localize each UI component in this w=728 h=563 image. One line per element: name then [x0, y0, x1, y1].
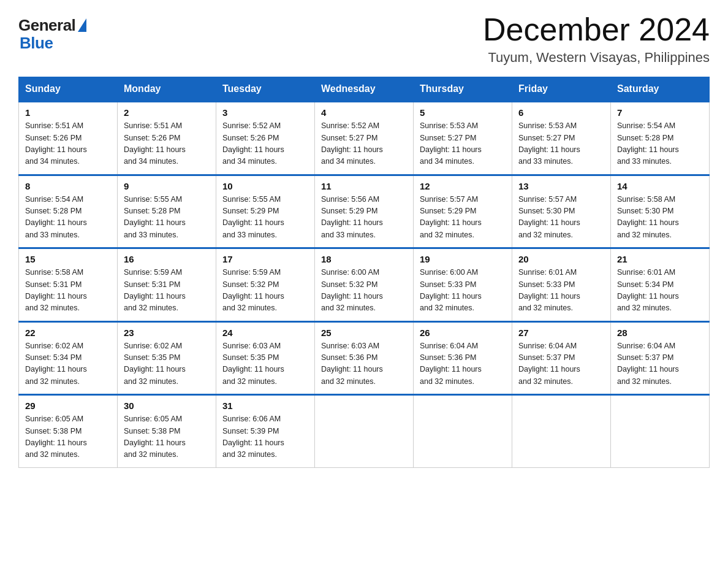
- day-info: Sunrise: 5:59 AMSunset: 5:31 PMDaylight:…: [124, 268, 186, 312]
- day-number: 23: [124, 327, 210, 338]
- day-number: 18: [321, 254, 407, 264]
- logo-general-text: General: [18, 16, 75, 35]
- day-info: Sunrise: 5:58 AMSunset: 5:31 PMDaylight:…: [25, 268, 87, 312]
- calendar-day-cell: 17 Sunrise: 5:59 AMSunset: 5:32 PMDaylig…: [216, 248, 315, 322]
- calendar-week-row: 1 Sunrise: 5:51 AMSunset: 5:26 PMDayligh…: [19, 102, 710, 175]
- day-number: 30: [124, 400, 210, 411]
- calendar-day-cell: 1 Sunrise: 5:51 AMSunset: 5:26 PMDayligh…: [19, 102, 118, 175]
- day-number: 26: [420, 327, 506, 338]
- day-number: 15: [25, 254, 111, 264]
- day-info: Sunrise: 6:00 AMSunset: 5:32 PMDaylight:…: [321, 268, 383, 312]
- day-number: 21: [617, 254, 703, 264]
- day-number: 31: [222, 400, 308, 411]
- calendar-day-cell: 27 Sunrise: 6:04 AMSunset: 5:37 PMDaylig…: [512, 321, 611, 395]
- day-info: Sunrise: 5:55 AMSunset: 5:29 PMDaylight:…: [222, 195, 284, 239]
- calendar-day-cell: 12 Sunrise: 5:57 AMSunset: 5:29 PMDaylig…: [414, 175, 512, 248]
- logo-triangle-icon: [78, 18, 86, 32]
- day-info: Sunrise: 5:53 AMSunset: 5:27 PMDaylight:…: [420, 121, 482, 166]
- day-info: Sunrise: 5:52 AMSunset: 5:26 PMDaylight:…: [222, 121, 284, 166]
- day-number: 5: [420, 107, 506, 118]
- header-cell-saturday: Saturday: [611, 77, 710, 102]
- day-info: Sunrise: 6:00 AMSunset: 5:33 PMDaylight:…: [420, 268, 482, 312]
- day-number: 8: [25, 181, 111, 191]
- calendar-day-cell: 6 Sunrise: 5:53 AMSunset: 5:27 PMDayligh…: [512, 102, 611, 175]
- day-number: 27: [518, 327, 604, 338]
- day-number: 9: [124, 181, 210, 191]
- header: General Blue December 2024 Tuyum, Wester…: [18, 12, 710, 66]
- calendar-day-cell: 18 Sunrise: 6:00 AMSunset: 5:32 PMDaylig…: [315, 248, 414, 322]
- day-number: 2: [124, 107, 210, 118]
- day-info: Sunrise: 6:06 AMSunset: 5:39 PMDaylight:…: [222, 415, 284, 459]
- calendar-day-cell: 25 Sunrise: 6:03 AMSunset: 5:36 PMDaylig…: [315, 321, 414, 395]
- calendar-day-cell: 2 Sunrise: 5:51 AMSunset: 5:26 PMDayligh…: [118, 102, 216, 175]
- day-info: Sunrise: 6:04 AMSunset: 5:37 PMDaylight:…: [518, 342, 580, 386]
- month-title: December 2024: [483, 12, 710, 47]
- day-info: Sunrise: 5:54 AMSunset: 5:28 PMDaylight:…: [25, 195, 87, 239]
- calendar-day-cell: [414, 395, 512, 468]
- calendar-day-cell: 15 Sunrise: 5:58 AMSunset: 5:31 PMDaylig…: [19, 248, 118, 322]
- day-number: 3: [222, 107, 308, 118]
- calendar-day-cell: 24 Sunrise: 6:03 AMSunset: 5:35 PMDaylig…: [216, 321, 315, 395]
- calendar-week-row: 22 Sunrise: 6:02 AMSunset: 5:34 PMDaylig…: [19, 321, 710, 395]
- title-area: December 2024 Tuyum, Western Visayas, Ph…: [483, 12, 710, 66]
- day-number: 20: [518, 254, 604, 264]
- calendar-day-cell: 5 Sunrise: 5:53 AMSunset: 5:27 PMDayligh…: [414, 102, 512, 175]
- calendar-day-cell: 13 Sunrise: 5:57 AMSunset: 5:30 PMDaylig…: [512, 175, 611, 248]
- calendar-day-cell: 31 Sunrise: 6:06 AMSunset: 5:39 PMDaylig…: [216, 395, 315, 468]
- calendar-day-cell: 4 Sunrise: 5:52 AMSunset: 5:27 PMDayligh…: [315, 102, 414, 175]
- calendar-body: 1 Sunrise: 5:51 AMSunset: 5:26 PMDayligh…: [19, 102, 710, 468]
- calendar-day-cell: 23 Sunrise: 6:02 AMSunset: 5:35 PMDaylig…: [118, 321, 216, 395]
- day-info: Sunrise: 6:02 AMSunset: 5:35 PMDaylight:…: [124, 342, 186, 386]
- day-info: Sunrise: 5:57 AMSunset: 5:30 PMDaylight:…: [518, 195, 580, 239]
- day-info: Sunrise: 5:55 AMSunset: 5:28 PMDaylight:…: [124, 195, 186, 239]
- calendar-day-cell: 11 Sunrise: 5:56 AMSunset: 5:29 PMDaylig…: [315, 175, 414, 248]
- day-info: Sunrise: 5:57 AMSunset: 5:29 PMDaylight:…: [420, 195, 482, 239]
- day-info: Sunrise: 6:04 AMSunset: 5:37 PMDaylight:…: [617, 342, 679, 386]
- header-cell-thursday: Thursday: [414, 77, 512, 102]
- day-info: Sunrise: 6:05 AMSunset: 5:38 PMDaylight:…: [25, 415, 87, 459]
- logo: General Blue: [18, 12, 86, 53]
- calendar-day-cell: 7 Sunrise: 5:54 AMSunset: 5:28 PMDayligh…: [611, 102, 710, 175]
- calendar-day-cell: 21 Sunrise: 6:01 AMSunset: 5:34 PMDaylig…: [611, 248, 710, 322]
- calendar-day-cell: 3 Sunrise: 5:52 AMSunset: 5:26 PMDayligh…: [216, 102, 315, 175]
- day-info: Sunrise: 6:01 AMSunset: 5:33 PMDaylight:…: [518, 268, 580, 312]
- header-cell-tuesday: Tuesday: [216, 77, 315, 102]
- day-info: Sunrise: 6:03 AMSunset: 5:36 PMDaylight:…: [321, 342, 383, 386]
- day-number: 16: [124, 254, 210, 264]
- calendar-header-row: SundayMondayTuesdayWednesdayThursdayFrid…: [19, 77, 710, 102]
- calendar-table: SundayMondayTuesdayWednesdayThursdayFrid…: [18, 77, 710, 468]
- calendar-day-cell: 29 Sunrise: 6:05 AMSunset: 5:38 PMDaylig…: [19, 395, 118, 468]
- day-number: 4: [321, 107, 407, 118]
- calendar-week-row: 29 Sunrise: 6:05 AMSunset: 5:38 PMDaylig…: [19, 395, 710, 468]
- day-number: 14: [617, 181, 703, 191]
- day-number: 28: [617, 327, 703, 338]
- day-number: 10: [222, 181, 308, 191]
- calendar-day-cell: [512, 395, 611, 468]
- day-number: 25: [321, 327, 407, 338]
- day-info: Sunrise: 5:59 AMSunset: 5:32 PMDaylight:…: [222, 268, 284, 312]
- calendar-day-cell: 28 Sunrise: 6:04 AMSunset: 5:37 PMDaylig…: [611, 321, 710, 395]
- day-info: Sunrise: 5:52 AMSunset: 5:27 PMDaylight:…: [321, 121, 383, 166]
- day-number: 24: [222, 327, 308, 338]
- day-number: 17: [222, 254, 308, 264]
- day-number: 7: [617, 107, 703, 118]
- calendar-day-cell: 19 Sunrise: 6:00 AMSunset: 5:33 PMDaylig…: [414, 248, 512, 322]
- day-info: Sunrise: 5:56 AMSunset: 5:29 PMDaylight:…: [321, 195, 383, 239]
- day-info: Sunrise: 5:51 AMSunset: 5:26 PMDaylight:…: [124, 121, 186, 166]
- calendar-day-cell: 14 Sunrise: 5:58 AMSunset: 5:30 PMDaylig…: [611, 175, 710, 248]
- day-number: 29: [25, 400, 111, 411]
- day-info: Sunrise: 5:54 AMSunset: 5:28 PMDaylight:…: [617, 121, 679, 166]
- calendar-week-row: 15 Sunrise: 5:58 AMSunset: 5:31 PMDaylig…: [19, 248, 710, 322]
- day-number: 6: [518, 107, 604, 118]
- day-number: 11: [321, 181, 407, 191]
- day-number: 12: [420, 181, 506, 191]
- logo-blue-text: Blue: [18, 34, 53, 53]
- day-info: Sunrise: 6:04 AMSunset: 5:36 PMDaylight:…: [420, 342, 482, 386]
- calendar-day-cell: [315, 395, 414, 468]
- calendar-week-row: 8 Sunrise: 5:54 AMSunset: 5:28 PMDayligh…: [19, 175, 710, 248]
- calendar-day-cell: 30 Sunrise: 6:05 AMSunset: 5:38 PMDaylig…: [118, 395, 216, 468]
- calendar-day-cell: 10 Sunrise: 5:55 AMSunset: 5:29 PMDaylig…: [216, 175, 315, 248]
- header-cell-monday: Monday: [118, 77, 216, 102]
- calendar-day-cell: 22 Sunrise: 6:02 AMSunset: 5:34 PMDaylig…: [19, 321, 118, 395]
- header-cell-wednesday: Wednesday: [315, 77, 414, 102]
